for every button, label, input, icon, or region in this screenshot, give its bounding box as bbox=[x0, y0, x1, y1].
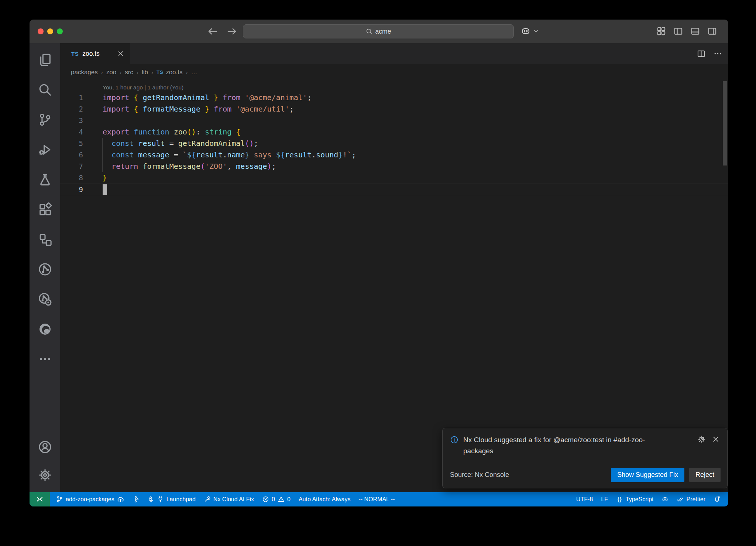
search-icon bbox=[366, 28, 373, 35]
activity-bar-item-search[interactable] bbox=[30, 75, 60, 105]
tab-bar: TS zoo.ts bbox=[60, 43, 728, 64]
status-nx-cloud-ai-fix[interactable]: Nx Cloud AI Fix bbox=[200, 492, 258, 506]
line-number: 3 bbox=[60, 115, 86, 126]
status-remote-indicator[interactable] bbox=[30, 492, 50, 506]
panel-bottom-icon[interactable] bbox=[690, 26, 700, 36]
breadcrumb-item[interactable]: lib bbox=[142, 69, 148, 76]
close-button[interactable] bbox=[38, 28, 44, 34]
copilot-icon[interactable] bbox=[520, 26, 531, 36]
code-text bbox=[86, 115, 103, 126]
status-language-mode[interactable]: {}TypeScript bbox=[612, 492, 658, 506]
activity-bar-item-nx-project[interactable] bbox=[30, 224, 60, 254]
command-center-search[interactable]: acme bbox=[243, 24, 514, 38]
status-encoding[interactable]: UTF-8 bbox=[572, 492, 597, 506]
status-encoding-label: UTF-8 bbox=[576, 496, 593, 503]
line-number: 4 bbox=[60, 126, 86, 138]
breadcrumb: packages›zoo›src›lib›TSzoo.ts›… bbox=[60, 64, 728, 81]
title-bar: acme bbox=[30, 20, 728, 43]
wrench-icon bbox=[204, 496, 211, 503]
status-notifications-bell[interactable] bbox=[709, 492, 725, 506]
code-line: 1import { getRandomAnimal } from '@acme/… bbox=[60, 92, 728, 103]
line-number: 6 bbox=[60, 149, 86, 161]
panel-right-icon[interactable] bbox=[707, 26, 717, 36]
code-line: 5 const result = getRandomAnimal(); bbox=[60, 138, 728, 149]
breadcrumb-separator: › bbox=[120, 69, 121, 75]
activity-bar-item-debug[interactable] bbox=[30, 134, 60, 164]
reject-button[interactable]: Reject bbox=[689, 468, 721, 482]
breadcrumb-item[interactable]: packages bbox=[71, 69, 98, 76]
code-text bbox=[86, 184, 107, 195]
editor-cursor bbox=[103, 184, 107, 195]
minimize-button[interactable] bbox=[47, 28, 53, 34]
tab-zoo-ts[interactable]: TS zoo.ts bbox=[60, 43, 131, 64]
source-control-icon bbox=[56, 496, 63, 503]
code-text: export function zoo(): string { bbox=[86, 126, 240, 138]
code-line: 9 bbox=[60, 184, 728, 195]
activity-bar-item-source-control[interactable] bbox=[30, 105, 60, 134]
debug-icon bbox=[38, 143, 52, 157]
status-formatter[interactable]: Prettier bbox=[673, 492, 709, 506]
activity-bar-item-files[interactable] bbox=[30, 45, 60, 75]
editor-scrollbar[interactable] bbox=[723, 81, 727, 165]
zoom-button[interactable] bbox=[57, 28, 63, 34]
breadcrumb-file[interactable]: TSzoo.ts bbox=[157, 69, 183, 76]
activity-bar-item-nx-console[interactable] bbox=[30, 254, 60, 284]
status-copilot-status[interactable] bbox=[657, 492, 673, 506]
status-eol-label: LF bbox=[601, 496, 608, 503]
panel-left-icon[interactable] bbox=[673, 26, 683, 36]
status-vim-mode[interactable]: -- NORMAL -- bbox=[354, 492, 399, 506]
breadcrumb-item[interactable]: src bbox=[125, 69, 133, 76]
activity-bar-item-edge[interactable] bbox=[30, 314, 60, 344]
breadcrumb-item[interactable]: zoo bbox=[106, 69, 116, 76]
status-eol[interactable]: LF bbox=[597, 492, 612, 506]
status-auto-attach-label: Auto Attach: Always bbox=[299, 496, 351, 503]
rocket-icon bbox=[147, 496, 154, 503]
status-pipeline[interactable] bbox=[128, 492, 143, 506]
status-git-branch[interactable]: add-zoo-packages bbox=[52, 492, 128, 506]
breadcrumb-more[interactable]: … bbox=[191, 69, 197, 76]
activity-bar-item-more[interactable] bbox=[30, 344, 60, 374]
activity-bar bbox=[30, 43, 60, 492]
breadcrumb-separator: › bbox=[137, 69, 138, 75]
status-auto-attach[interactable]: Auto Attach: Always bbox=[295, 492, 355, 506]
traffic-lights bbox=[38, 28, 63, 34]
status-problems-label: 0 bbox=[287, 496, 291, 503]
chevron-down-icon[interactable] bbox=[533, 28, 539, 34]
more-icon bbox=[38, 352, 52, 366]
line-number: 8 bbox=[60, 172, 86, 184]
layout-controls bbox=[656, 26, 717, 36]
breadcrumb-separator: › bbox=[151, 69, 153, 75]
edge-icon bbox=[38, 322, 52, 336]
status-problems[interactable]: 00 bbox=[258, 492, 295, 506]
breadcrumb-separator: › bbox=[186, 69, 188, 75]
desktop: acme TS zoo.ts bbox=[0, 0, 756, 546]
typescript-file-icon: TS bbox=[71, 51, 79, 57]
code-line: 6 const message = `${result.name} says $… bbox=[60, 149, 728, 161]
forward-arrow-icon[interactable] bbox=[226, 25, 238, 37]
status-launchpad[interactable]: Launchpad bbox=[143, 492, 200, 506]
split-editor-icon[interactable] bbox=[697, 49, 706, 58]
activity-bar-item-nx-cloud[interactable] bbox=[30, 284, 60, 314]
layout-grid-icon[interactable] bbox=[656, 26, 666, 36]
code-text: } bbox=[86, 172, 107, 184]
info-icon bbox=[450, 436, 458, 444]
git-blame-lens[interactable]: You, 1 hour ago | 1 author (You) bbox=[103, 83, 728, 92]
back-arrow-icon[interactable] bbox=[207, 25, 219, 37]
line-number: 1 bbox=[60, 92, 86, 103]
activity-bar-item-account[interactable] bbox=[30, 433, 60, 461]
error-icon bbox=[262, 496, 269, 503]
ellipsis-icon[interactable] bbox=[713, 49, 722, 58]
status-formatter-label: Prettier bbox=[686, 496, 705, 503]
nx-project-icon bbox=[38, 232, 52, 246]
plug-icon bbox=[157, 496, 164, 503]
status-bar: add-zoo-packagesLaunchpadNx Cloud AI Fix… bbox=[30, 492, 728, 506]
line-number: 2 bbox=[60, 103, 86, 115]
notification-message: Nx Cloud suggested a fix for @acme/zoo:t… bbox=[463, 434, 666, 457]
close-icon[interactable] bbox=[712, 435, 720, 443]
close-icon[interactable] bbox=[117, 50, 124, 57]
gear-icon[interactable] bbox=[698, 435, 706, 443]
activity-bar-item-settings-gear[interactable] bbox=[30, 461, 60, 489]
show-suggested-fix-button[interactable]: Show Suggested Fix bbox=[611, 468, 684, 482]
activity-bar-item-extensions[interactable] bbox=[30, 194, 60, 224]
activity-bar-item-beaker[interactable] bbox=[30, 164, 60, 194]
